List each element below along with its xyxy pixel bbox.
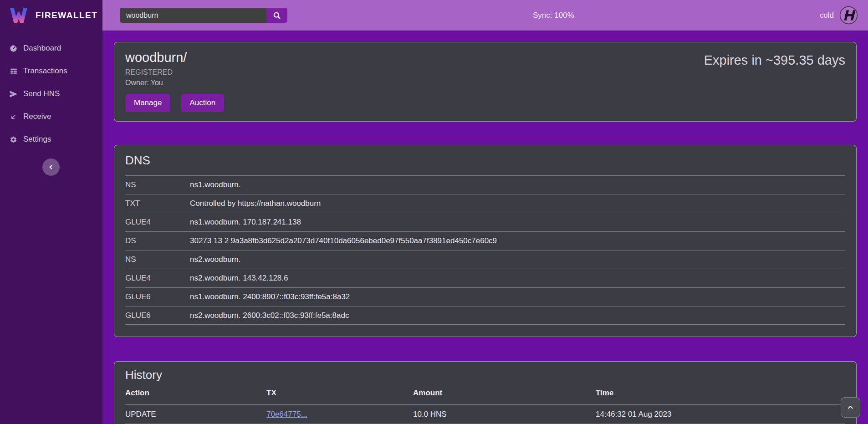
sync-status: Sync: 100% (287, 11, 820, 20)
auction-button[interactable]: Auction (181, 94, 224, 112)
table-icon (9, 67, 18, 76)
history-col-tx: TX (266, 388, 413, 398)
dns-record-row: TXT Controlled by https://nathan.woodbur… (125, 194, 845, 213)
history-col-time: Time (596, 388, 845, 398)
sidebar-collapse-button[interactable] (42, 158, 60, 176)
dns-record-value: ns1.woodburn. (190, 180, 845, 189)
dns-record-value: Controlled by https://nathan.woodburn (190, 199, 845, 208)
chevron-up-icon (847, 404, 854, 411)
domain-owner-label: Owner: You (125, 79, 224, 87)
dns-record-row: GLUE4 ns2.woodburn. 143.42.128.6 (125, 269, 845, 287)
dns-record-type: GLUE6 (125, 311, 190, 320)
receive-arrow-icon (9, 112, 18, 121)
history-amount: 10.0 HNS (413, 410, 596, 419)
domain-status-label: REGISTERED (125, 68, 224, 77)
scroll-to-top-button[interactable] (841, 397, 860, 418)
history-time: 14:46:32 01 Aug 2023 (596, 410, 845, 419)
dns-record-row: NS ns2.woodburn. (125, 250, 845, 269)
gear-icon (9, 135, 18, 144)
dns-record-type: NS (125, 180, 190, 189)
sidebar-item-receive[interactable]: Receive (0, 105, 102, 128)
sidebar-item-label: Dashboard (23, 44, 61, 53)
dns-record-type: DS (125, 236, 190, 245)
dns-card: DNS NS ns1.woodburn. TXT Controlled by h… (114, 145, 857, 337)
sidebar-item-label: Settings (23, 135, 51, 144)
history-col-amount: Amount (413, 388, 596, 398)
sidebar: FIREWALLET Dashboard Transactions (0, 0, 102, 424)
dns-record-type: GLUE4 (125, 274, 190, 283)
manage-button[interactable]: Manage (125, 94, 170, 112)
history-card-title: History (125, 368, 845, 382)
main-content: woodburn/ REGISTERED Owner: You Manage A… (102, 31, 868, 424)
expires-label: Expires in ~395.35 days (704, 50, 845, 112)
brand: FIREWALLET (0, 0, 102, 31)
sidebar-item-send-hns[interactable]: Send HNS (0, 82, 102, 105)
domain-actions: Manage Auction (125, 94, 224, 112)
dns-record-row: DS 30273 13 2 9a3a8fb3d625d2a2073d740f10… (125, 231, 845, 250)
dns-record-type: GLUE6 (125, 292, 190, 301)
search-button[interactable] (266, 8, 287, 23)
sidebar-nav: Dashboard Transactions Send HNS (0, 31, 102, 151)
chevron-left-icon (48, 164, 54, 170)
dns-record-value: ns1.woodburn. 2400:8907::f03c:93ff:fe5a:… (190, 292, 845, 301)
domain-name-title: woodburn/ (125, 50, 224, 65)
gauge-icon (9, 44, 18, 53)
topbar: Sync: 100% cold (102, 0, 868, 31)
sidebar-item-label: Receive (23, 112, 51, 121)
history-table-header: Action TX Amount Time (125, 382, 845, 404)
tx-link[interactable]: 70e64775... (266, 410, 307, 419)
search-input[interactable] (120, 8, 266, 23)
domain-card-left: woodburn/ REGISTERED Owner: You Manage A… (125, 50, 224, 112)
sidebar-item-dashboard[interactable]: Dashboard (0, 37, 102, 60)
dns-record-row: GLUE6 ns1.woodburn. 2400:8907::f03c:93ff… (125, 287, 845, 306)
dns-record-value: ns2.woodburn. (190, 255, 845, 264)
domain-card: woodburn/ REGISTERED Owner: You Manage A… (114, 42, 857, 122)
search-icon (272, 11, 281, 20)
search-group (120, 8, 287, 23)
dns-record-value: 30273 13 2 9a3a8fb3d625d2a2073d740f10da6… (190, 236, 845, 245)
sidebar-item-settings[interactable]: Settings (0, 128, 102, 151)
brand-name: FIREWALLET (36, 10, 97, 20)
dns-record-type: TXT (125, 199, 190, 208)
sidebar-item-label: Send HNS (23, 89, 60, 98)
send-icon (9, 90, 18, 98)
sidebar-item-label: Transactions (23, 66, 67, 76)
dns-record-value: ns2.woodburn. 2600:3c02::f03c:93ff:fe5a:… (190, 311, 845, 320)
dns-record-row: GLUE6 ns2.woodburn. 2600:3c02::f03c:93ff… (125, 306, 845, 325)
handshake-logo-icon (839, 6, 858, 25)
dns-card-title: DNS (125, 153, 845, 168)
wallet-switcher[interactable]: cold (820, 6, 858, 25)
sidebar-item-transactions[interactable]: Transactions (0, 60, 102, 82)
firewallet-w-logo-icon (8, 7, 29, 24)
dns-record-value: ns2.woodburn. 143.42.128.6 (190, 274, 845, 283)
dns-record-type: GLUE4 (125, 218, 190, 227)
dns-record-type: NS (125, 255, 190, 264)
history-action: UPDATE (125, 410, 266, 419)
history-card: History Action TX Amount Time UPDATE 70e… (114, 361, 857, 424)
wallet-name-label: cold (820, 11, 834, 20)
history-col-action: Action (125, 388, 266, 398)
history-row: UPDATE 70e64775... 10.0 HNS 14:46:32 01 … (125, 404, 845, 424)
dns-table: NS ns1.woodburn. TXT Controlled by https… (125, 175, 845, 325)
dns-record-row: GLUE4 ns1.woodburn. 170.187.241.138 (125, 213, 845, 231)
dns-record-row: NS ns1.woodburn. (125, 175, 845, 194)
dns-record-value: ns1.woodburn. 170.187.241.138 (190, 218, 845, 227)
